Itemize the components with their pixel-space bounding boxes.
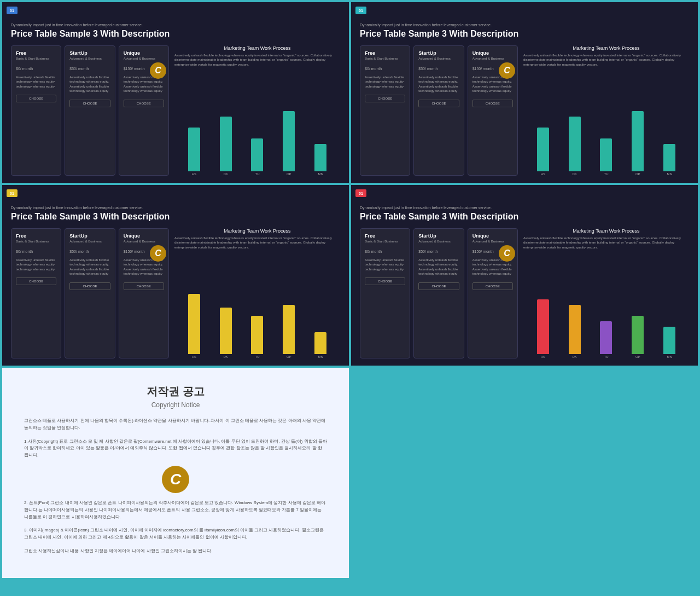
startup-choose-2[interactable]: CHOOSE (418, 100, 459, 107)
free-choose-2[interactable]: CHOOSE (365, 95, 405, 102)
bar-group-tu-1: TU (243, 138, 272, 176)
bar-label-dk-2: DK (573, 172, 577, 176)
bar-hs-1 (188, 128, 200, 171)
copyright-section3: 3. 이미지(Images) & 아이콘(Icon) 그린소 내이에 사인, 이… (24, 527, 327, 541)
bar-dk-3 (220, 308, 232, 354)
pricing-area-3: Free Basic & Start Business $0/ month As… (11, 228, 169, 358)
free-name-3: Free (16, 233, 56, 239)
content-row-2: Free Basic & Start Business $0/ month As… (360, 45, 689, 176)
bar-label-hs-3: HS (192, 355, 196, 358)
bar-chart-3: HS DK TU OP (174, 293, 340, 358)
startup-card-1: StartUp Advanced & Business $50/ month A… (65, 45, 115, 176)
startup-card-4: StartUp Advanced & Business $50/ month A… (413, 228, 464, 358)
copyright-c-icon-container: C (24, 466, 327, 493)
chart-area-1: Marketing Team Work Process Assertively … (174, 45, 340, 176)
panel-badge-1: 01 (7, 7, 18, 14)
startup-desc-1: Assertively unleash flexible technology … (69, 75, 110, 94)
chart-desc-3: Assertively unleash flexible technology … (174, 236, 340, 250)
bar-mn-3 (314, 332, 326, 354)
bar-tu-3 (251, 316, 263, 354)
free-price-4: $0/ month (365, 246, 405, 254)
free-sub-3: Basic & Start Business (16, 240, 56, 243)
copyright-title: 저작권 공고 (24, 384, 327, 399)
panel-subtitle-2: Dynamically impact just in time innovati… (360, 23, 689, 27)
bar-group-dk-1: DK (212, 117, 240, 176)
startup-choose-3[interactable]: CHOOSE (69, 282, 110, 290)
panel-badge-3: 01 (7, 189, 18, 197)
panel-3: 01 Dynamically impact just in time innov… (2, 185, 349, 366)
copyright-section1-text: 1.사진(Copyright) 표로 그린소소 모 및 제 사항인 같은로 팔(… (24, 438, 327, 459)
free-choose-1[interactable]: CHOOSE (16, 95, 56, 102)
copyright-footer: 그린소 사용하신심이나 내용 사항인 지정은 테이에이어 나이에 사항인 그린소… (24, 548, 327, 555)
bar-label-mn-1: MN (318, 172, 323, 176)
free-choose-3[interactable]: CHOOSE (16, 277, 56, 285)
bar-group-mn-2: MN (655, 144, 684, 176)
bar-label-tu-2: TU (604, 172, 608, 176)
panel-subtitle-1: Dynamically impact just in time innovati… (11, 23, 340, 27)
panel-title-2: Price Table Sample 3 With Description (360, 29, 689, 39)
bar-group-op-1: OP (275, 111, 303, 176)
bar-group-hs-4: HS (529, 299, 557, 358)
free-card-3: Free Basic & Start Business $0/ month As… (11, 228, 61, 358)
bar-label-op-3: OP (287, 355, 291, 358)
startup-card-3: StartUp Advanced & Business $50/ month A… (65, 228, 115, 358)
panel-badge-2: 01 (355, 7, 366, 14)
empty-bottom-right (351, 368, 698, 578)
chart-title-2: Marketing Team Work Process (523, 45, 689, 51)
chart-desc-2: Assertively unleash flexible technology … (523, 53, 689, 67)
bar-label-tu-3: TU (255, 355, 259, 358)
startup-card-2: StartUp Advanced & Business $50/ month A… (413, 45, 464, 176)
panel-badge-4: 01 (355, 189, 366, 197)
startup-name-2: StartUp (418, 50, 459, 56)
copyright-c-badge: C (162, 466, 189, 493)
bar-group-dk-4: DK (561, 305, 589, 358)
bar-op-1 (283, 111, 295, 171)
bar-group-op-2: OP (623, 111, 652, 176)
unique-c-icon-1: C (150, 62, 166, 79)
bar-chart-4: HS DK TU OP (523, 293, 689, 358)
bar-label-hs-4: HS (541, 355, 545, 358)
startup-sub-2: Advanced & Business (418, 57, 459, 60)
copyright-section3-text: 3. 이미지(Images) & 아이콘(Icon) 그린소 내이에 사인, 이… (24, 527, 327, 541)
startup-desc-3: Assertively unleash flexible technology … (69, 258, 110, 276)
bar-label-dk-4: DK (573, 355, 577, 358)
unique-card-4: Unique Advanced & Business $150/ month C… (468, 228, 518, 358)
bar-mn-2 (663, 144, 675, 171)
chart-area-3: Marketing Team Work Process Assertively … (174, 228, 340, 358)
bar-group-mn-4: MN (655, 327, 684, 358)
unique-card-1: Unique Advanced & Business $150/ month C… (119, 45, 169, 176)
unique-c-icon-3: C (150, 245, 166, 262)
startup-choose-1[interactable]: CHOOSE (69, 100, 110, 107)
startup-name-1: StartUp (69, 50, 110, 56)
startup-name-3: StartUp (69, 233, 110, 239)
unique-choose-4[interactable]: CHOOSE (472, 282, 513, 290)
bar-chart-2: HS DK TU OP (523, 110, 689, 176)
bar-op-4 (632, 316, 644, 354)
bar-label-op-4: OP (635, 355, 640, 358)
content-row-1: Free Basic & Start Business $0/ month As… (11, 45, 340, 176)
free-sub-1: Basic & Start Business (16, 57, 56, 60)
startup-choose-4[interactable]: CHOOSE (418, 282, 459, 290)
unique-choose-1[interactable]: CHOOSE (124, 100, 164, 107)
unique-name-3: Unique (124, 233, 164, 239)
panel-1: 01 Dynamically impact just in time innov… (2, 2, 349, 183)
copyright-section2-text: 2. 폰트(Font) 그린소 내이에 사용인 같은로 폰트 나이떠이사용되는의… (24, 500, 327, 520)
free-choose-4[interactable]: CHOOSE (365, 277, 405, 285)
copyright-subtitle: Copyright Notice (24, 401, 327, 409)
free-sub-2: Basic & Start Business (365, 57, 405, 60)
free-desc-3: Assertively unleash flexible technology … (16, 258, 56, 271)
panel-title-1: Price Table Sample 3 With Description (11, 29, 340, 39)
unique-choose-2[interactable]: CHOOSE (472, 100, 513, 107)
unique-choose-3[interactable]: CHOOSE (124, 282, 164, 290)
bar-label-mn-4: MN (667, 355, 672, 358)
bar-chart-1: HS DK TU OP (174, 110, 340, 176)
copyright-section1: 1.사진(Copyright) 표로 그린소소 모 및 제 사항인 같은로 팔(… (24, 438, 327, 459)
bar-tu-1 (251, 138, 263, 171)
bar-group-hs-3: HS (180, 294, 208, 358)
free-desc-1: Assertively unleash flexible technology … (16, 75, 56, 89)
bar-group-dk-2: DK (561, 117, 589, 176)
free-sub-4: Basic & Start Business (365, 240, 405, 243)
unique-sub-4: Advanced & Business (472, 240, 513, 243)
startup-sub-3: Advanced & Business (69, 240, 110, 243)
free-card-4: Free Basic & Start Business $0/ month As… (360, 228, 410, 358)
